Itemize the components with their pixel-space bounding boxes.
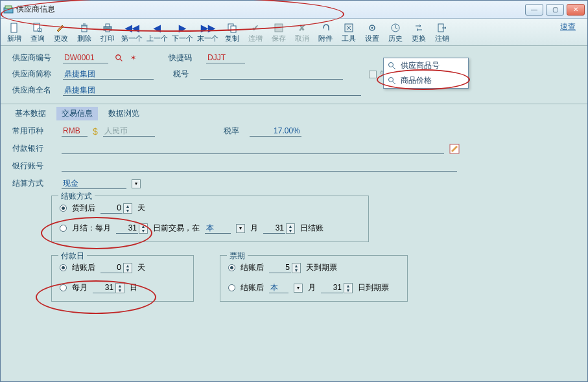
settle-method-dropdown-button[interactable]: ▾ (132, 179, 141, 188)
bank-acct-input[interactable] (62, 161, 457, 172)
pay-date-group: 付款日 结账后 ▲▼ 天 每月 ▲▼ (51, 255, 194, 302)
spin-up[interactable]: ▲ (124, 204, 132, 208)
tax-rate-input[interactable] (250, 126, 301, 137)
toolbar-label: 下一个 (172, 34, 193, 43)
toolbar-copy-button[interactable]: 复制 (221, 19, 243, 45)
billing-opt2-month-input[interactable] (205, 223, 231, 234)
spin-up[interactable]: ▲ (139, 224, 147, 229)
spin-up[interactable]: ▲ (344, 284, 352, 288)
toolbar-logout-button[interactable]: 注销 (431, 19, 453, 45)
draft-opt1-days-spinner[interactable]: ▲▼ (269, 262, 301, 273)
toolbar-print-button[interactable]: 打印 (97, 19, 119, 45)
toolbar-history-button[interactable]: 历史 (384, 19, 406, 45)
draft-opt2-month-input[interactable] (269, 282, 288, 293)
supplier-short-input[interactable] (63, 69, 154, 80)
bank-edit-icon[interactable] (449, 144, 460, 154)
paydate-opt1-days-spinner[interactable]: ▲▼ (100, 262, 132, 273)
toolbar-edit-button[interactable]: 更改 (50, 19, 72, 45)
toolbar-swap-button[interactable]: 更换 (408, 19, 430, 45)
paydate-opt2-day-spinner[interactable]: ▲▼ (93, 282, 124, 293)
toolbar-prev-button[interactable]: ◀上一个 (145, 19, 169, 45)
close-button[interactable]: ✕ (567, 4, 585, 16)
toolbar-delete-button[interactable]: 删除 (73, 19, 95, 45)
spin-up[interactable]: ▲ (116, 284, 124, 288)
toolbar-next-button[interactable]: ▶下一个 (171, 19, 194, 45)
paydate-opt1-radio[interactable] (60, 264, 67, 271)
maximize-button[interactable]: ▢ (546, 4, 564, 16)
billing-method-legend: 结账方式 (58, 191, 95, 202)
toolbar-first-button[interactable]: ◀◀第一个 (120, 19, 144, 45)
dropdown-item-1[interactable]: 商品价格 (384, 73, 468, 88)
toolbar-settings-button[interactable]: 设置 (361, 19, 383, 45)
tab-1[interactable]: 交易信息 (56, 107, 98, 120)
spin-down[interactable]: ▼ (124, 208, 132, 213)
billing-opt2-day-spinner[interactable]: ▲▼ (116, 223, 148, 234)
quick-code-input[interactable] (206, 52, 245, 63)
supplier-no-input[interactable] (63, 52, 108, 63)
paydate-opt2-radio[interactable] (60, 284, 67, 291)
svg-line-32 (393, 82, 395, 84)
paydate-opt2-day-input[interactable] (93, 282, 115, 293)
billing-opt2-billday-spinner[interactable]: ▲▼ (263, 223, 295, 234)
draft-opt1-radio[interactable] (228, 264, 235, 271)
quick-search-link[interactable]: 速查 (560, 21, 576, 32)
billing-opt1-radio[interactable] (60, 205, 67, 212)
spin-down[interactable]: ▼ (292, 268, 300, 273)
toolbar-tools-button[interactable]: 工具 (338, 19, 360, 45)
supplier-full-input[interactable] (63, 85, 361, 96)
toolbar-label: 末一个 (197, 34, 218, 43)
toolbar-label: 查询 (30, 34, 45, 43)
billing-opt1-days-spinner[interactable]: ▲▼ (100, 203, 132, 214)
supplier-full-label: 供应商全名 (12, 85, 56, 96)
lookup-icon[interactable] (115, 54, 124, 63)
currency-code-input[interactable] (62, 126, 88, 137)
tax-no-input[interactable] (200, 69, 343, 80)
quick-code-label: 快捷码 (169, 52, 200, 63)
docq-icon (32, 22, 43, 34)
toolbar-label: 更换 (412, 34, 426, 43)
settle-method-input[interactable] (62, 178, 126, 189)
spin-down[interactable]: ▼ (287, 229, 294, 233)
billing-opt2-day-input[interactable] (116, 223, 138, 234)
svg-rect-3 (34, 23, 40, 31)
draft-opt1-days-input[interactable] (269, 262, 291, 273)
toolbar-label: 更改 (54, 34, 68, 43)
check-icon: ✔ (252, 22, 259, 34)
spin-up[interactable]: ▲ (124, 264, 132, 268)
spin-down[interactable]: ▼ (344, 288, 352, 293)
toolbar-label: 新增 (7, 34, 21, 43)
hist-icon (390, 22, 401, 34)
dropdown-item-0[interactable]: 供应商品号 (384, 58, 468, 73)
draft-opt2-day-spinner[interactable]: ▲▼ (321, 282, 353, 293)
billing-opt1-days-input[interactable] (100, 203, 123, 214)
spin-up[interactable]: ▲ (292, 264, 300, 268)
paydate-opt1-days-input[interactable] (100, 262, 123, 273)
draft-opt2-radio[interactable] (228, 284, 235, 291)
toolbar-new-button[interactable]: 新增 (3, 19, 25, 45)
clip-icon (320, 22, 331, 34)
spin-down[interactable]: ▼ (124, 268, 132, 273)
toolbar-query-button[interactable]: 查询 (27, 19, 49, 45)
paydate-opt1-label: 结账后 (72, 262, 95, 273)
toolbar-last-button[interactable]: ▶▶末一个 (196, 19, 220, 45)
tab-2[interactable]: 数据浏览 (103, 107, 145, 120)
minimize-button[interactable]: ― (525, 4, 543, 16)
billing-opt2-radio[interactable] (60, 225, 67, 232)
paydate-opt2-label: 每月 (72, 282, 88, 293)
toolbar-attach-button[interactable]: 附件 (314, 19, 336, 45)
draft-opt2-day-input[interactable] (321, 282, 343, 293)
tab-0[interactable]: 基本数据 (10, 107, 51, 120)
spin-down[interactable]: ▼ (116, 288, 124, 293)
billing-opt2-billday-input[interactable] (263, 223, 285, 234)
spin-up[interactable]: ▲ (287, 224, 294, 229)
draft-opt2-month-dropdown[interactable]: ▾ (294, 284, 303, 293)
spin-down[interactable]: ▼ (139, 229, 147, 233)
invalid-checkbox[interactable] (369, 71, 377, 78)
tab-body-trade: 常用币种 $ 税率 付款银行 银行账号 结算方式 ▾ 结账方式 (1, 120, 587, 381)
svg-point-29 (389, 62, 394, 67)
pay-bank-input[interactable] (62, 143, 444, 154)
pay-date-legend: 付款日 (58, 251, 87, 262)
billing-opt2-month-dropdown[interactable]: ▾ (236, 224, 245, 233)
svg-line-5 (41, 31, 42, 32)
toolbar-label: 附件 (318, 34, 333, 43)
